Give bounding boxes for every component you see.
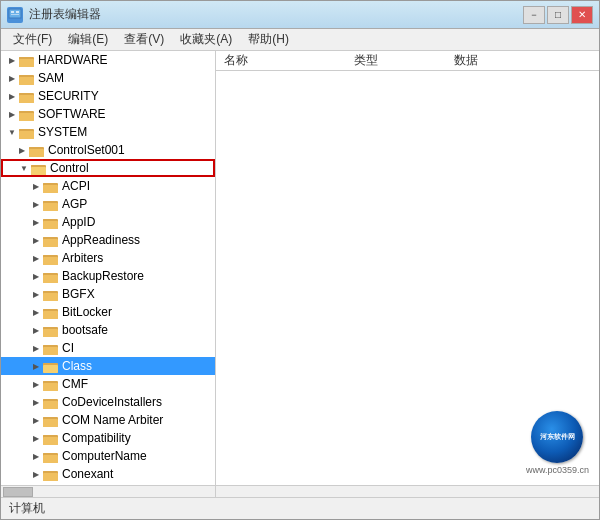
tree-item-sam[interactable]: ▶ SAM (1, 69, 215, 87)
svg-rect-56 (43, 365, 58, 373)
tree-item-appid[interactable]: ▶ AppID (1, 213, 215, 231)
label-system: SYSTEM (38, 125, 87, 139)
tree-item-control[interactable]: ▼ Control (1, 159, 215, 177)
label-sam: SAM (38, 71, 64, 85)
expander-security: ▶ (5, 87, 19, 105)
close-button[interactable]: ✕ (571, 6, 593, 24)
tree-item-controlset001[interactable]: ▶ ControlSet001 (1, 141, 215, 159)
svg-rect-33 (43, 219, 50, 221)
folder-icon-controlset001 (29, 144, 45, 157)
svg-rect-59 (43, 383, 58, 391)
right-panel: 名称 类型 数据 河东软件网 www.pc0359.cn (216, 51, 599, 497)
folder-icon-acpi (43, 180, 59, 193)
folder-icon-security (19, 90, 35, 103)
maximize-button[interactable]: □ (547, 6, 569, 24)
tree-item-software[interactable]: ▶ SOFTWARE (1, 105, 215, 123)
col-header-data: 数据 (446, 51, 599, 71)
expander-cmf: ▶ (29, 375, 43, 393)
svg-rect-5 (19, 59, 34, 67)
expander-control: ▼ (17, 159, 31, 177)
label-controlset001: ControlSet001 (48, 143, 125, 157)
label-ci: CI (62, 341, 74, 355)
watermark: 河东软件网 www.pc0359.cn (526, 411, 589, 475)
watermark-logo-text: 河东软件网 (540, 432, 575, 441)
label-hardware: HARDWARE (38, 53, 108, 67)
tree-hscroll[interactable] (1, 485, 215, 497)
label-bootsafe: bootsafe (62, 323, 108, 337)
tree-item-ci[interactable]: ▶ CI (1, 339, 215, 357)
menu-help[interactable]: 帮助(H) (240, 29, 297, 50)
expander-conexant: ▶ (29, 465, 43, 483)
menu-bar: 文件(F) 编辑(E) 查看(V) 收藏夹(A) 帮助(H) (1, 29, 599, 51)
folder-icon-arbiters (43, 252, 59, 265)
expander-ci: ▶ (29, 339, 43, 357)
tree-item-security[interactable]: ▶ SECURITY (1, 87, 215, 105)
tree-item-bgfx[interactable]: ▶ BGFX (1, 285, 215, 303)
menu-favorites[interactable]: 收藏夹(A) (172, 29, 240, 50)
svg-rect-51 (43, 327, 50, 329)
menu-file[interactable]: 文件(F) (5, 29, 60, 50)
folder-icon-sam (19, 72, 35, 85)
label-arbiters: Arbiters (62, 251, 103, 265)
tree-item-acpi[interactable]: ▶ ACPI (1, 177, 215, 195)
svg-rect-63 (43, 399, 50, 401)
tree-item-arbiters[interactable]: ▶ Arbiters (1, 249, 215, 267)
expander-bgfx: ▶ (29, 285, 43, 303)
svg-rect-45 (43, 291, 50, 293)
svg-rect-11 (19, 95, 34, 103)
status-text: 计算机 (9, 500, 45, 517)
expander-sam: ▶ (5, 69, 19, 87)
tree-item-hardware[interactable]: ▶ HARDWARE (1, 51, 215, 69)
menu-edit[interactable]: 编辑(E) (60, 29, 116, 50)
svg-rect-48 (43, 309, 50, 311)
expander-appreadiness: ▶ (29, 231, 43, 249)
right-bottom-scroll[interactable] (216, 485, 599, 497)
tree-item-comnamearbiter[interactable]: ▶ COM Name Arbiter (1, 411, 215, 429)
expander-agp: ▶ (29, 195, 43, 213)
svg-rect-29 (43, 203, 58, 211)
expander-comnamearbiter: ▶ (29, 411, 43, 429)
tree-item-appreadiness[interactable]: ▶ AppReadiness (1, 231, 215, 249)
svg-rect-39 (43, 255, 50, 257)
tree-item-bitlocker[interactable]: ▶ BitLocker (1, 303, 215, 321)
folder-icon-hardware (19, 54, 35, 67)
label-class: Class (62, 359, 92, 373)
svg-rect-44 (43, 293, 58, 301)
tree-item-class[interactable]: ▶ Class (1, 357, 215, 375)
status-bar: 计算机 (1, 497, 599, 519)
tree-item-agp[interactable]: ▶ AGP (1, 195, 215, 213)
svg-rect-24 (31, 165, 38, 167)
label-appreadiness: AppReadiness (62, 233, 140, 247)
tree-item-system[interactable]: ▼ SYSTEM (1, 123, 215, 141)
expander-acpi: ▶ (29, 177, 43, 195)
minimize-button[interactable]: － (523, 6, 545, 24)
label-backuprestore: BackupRestore (62, 269, 144, 283)
svg-rect-36 (43, 237, 50, 239)
tree-scroll[interactable]: ▶ HARDWARE ▶ SAM ▶ (1, 51, 215, 485)
svg-rect-9 (19, 75, 26, 77)
tree-item-bootsafe[interactable]: ▶ bootsafe (1, 321, 215, 339)
folder-icon-comnamearbiter (43, 414, 59, 427)
expander-arbiters: ▶ (29, 249, 43, 267)
svg-rect-8 (19, 77, 34, 85)
title-bar-left: 注册表编辑器 (7, 6, 101, 23)
svg-rect-53 (43, 347, 58, 355)
label-comnamearbiter: COM Name Arbiter (62, 413, 163, 427)
tree-panel: ▶ HARDWARE ▶ SAM ▶ (1, 51, 216, 497)
svg-rect-69 (43, 435, 50, 437)
label-cmf: CMF (62, 377, 88, 391)
expander-appid: ▶ (29, 213, 43, 231)
tree-item-backuprestore[interactable]: ▶ BackupRestore (1, 267, 215, 285)
tree-item-compatibility[interactable]: ▶ Compatibility (1, 429, 215, 447)
tree-item-codeviceinstallers[interactable]: ▶ CoDeviceInstallers (1, 393, 215, 411)
folder-icon-cmf (43, 378, 59, 391)
label-security: SECURITY (38, 89, 99, 103)
menu-view[interactable]: 查看(V) (116, 29, 172, 50)
svg-rect-47 (43, 311, 58, 319)
tree-item-conexant[interactable]: ▶ Conexant (1, 465, 215, 483)
svg-rect-30 (43, 201, 50, 203)
tree-item-cmf[interactable]: ▶ CMF (1, 375, 215, 393)
folder-icon-backuprestore (43, 270, 59, 283)
tree-item-computername[interactable]: ▶ ComputerName (1, 447, 215, 465)
folder-icon-class (43, 360, 59, 373)
